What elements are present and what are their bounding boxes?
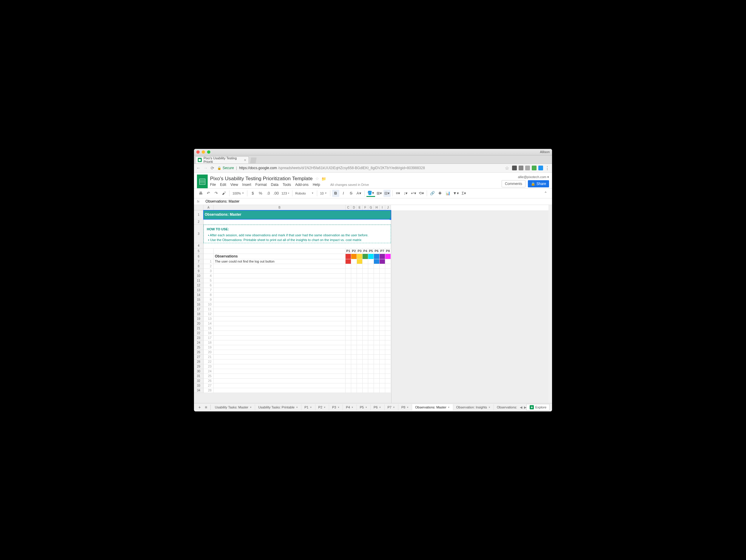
cell[interactable] bbox=[351, 359, 357, 364]
cell[interactable] bbox=[351, 379, 357, 383]
menu-tools[interactable]: Tools bbox=[283, 183, 291, 187]
participant-mark[interactable] bbox=[351, 259, 357, 264]
participant-mark[interactable] bbox=[357, 259, 363, 264]
cell[interactable] bbox=[363, 374, 368, 379]
participant-mark[interactable] bbox=[363, 259, 368, 264]
sheet-tab[interactable]: Observations: Master▼ bbox=[412, 404, 453, 410]
folder-icon[interactable]: 📁 bbox=[321, 177, 326, 181]
extension-icon[interactable] bbox=[519, 166, 523, 170]
col-header-F[interactable]: F bbox=[363, 205, 368, 210]
participant-mark[interactable] bbox=[346, 259, 351, 264]
row-header[interactable]: 16 bbox=[194, 302, 203, 307]
cell[interactable] bbox=[368, 273, 374, 278]
cell[interactable] bbox=[214, 269, 346, 273]
cell[interactable] bbox=[374, 379, 379, 383]
menu-file[interactable]: File bbox=[210, 183, 216, 187]
sheet-tab[interactable]: Usability Tasks: Printable▼ bbox=[255, 404, 302, 410]
minimize-icon[interactable] bbox=[202, 150, 205, 154]
cell[interactable] bbox=[346, 388, 351, 393]
url-field[interactable]: 🔒 Secure | https://docs.google.com/sprea… bbox=[217, 166, 502, 170]
cell[interactable] bbox=[379, 283, 385, 288]
cell[interactable] bbox=[374, 293, 379, 297]
cell[interactable] bbox=[379, 345, 385, 350]
cell[interactable] bbox=[385, 336, 391, 341]
cell[interactable] bbox=[351, 312, 357, 317]
cell[interactable] bbox=[379, 359, 385, 364]
sheet-tab[interactable]: P5▼ bbox=[357, 404, 371, 410]
cell[interactable] bbox=[214, 312, 346, 317]
cell[interactable] bbox=[351, 317, 357, 321]
cell[interactable] bbox=[385, 302, 391, 307]
row-header[interactable]: 10 bbox=[194, 273, 203, 278]
cell[interactable] bbox=[203, 243, 391, 248]
cell[interactable] bbox=[214, 297, 346, 302]
new-tab-button[interactable] bbox=[250, 157, 257, 164]
cell[interactable] bbox=[385, 350, 391, 355]
cell[interactable] bbox=[214, 302, 346, 307]
cell[interactable] bbox=[368, 317, 374, 321]
cell[interactable] bbox=[363, 297, 368, 302]
explore-button[interactable]: ✦ Explore bbox=[526, 404, 550, 411]
select-all-cell[interactable] bbox=[194, 205, 203, 210]
cell[interactable] bbox=[357, 302, 363, 307]
cell[interactable] bbox=[357, 336, 363, 341]
cell[interactable] bbox=[363, 364, 368, 369]
cell[interactable] bbox=[385, 283, 391, 288]
cell[interactable] bbox=[346, 264, 351, 269]
sheet-tab[interactable]: P1▼ bbox=[302, 404, 315, 410]
cell[interactable] bbox=[385, 269, 391, 273]
cell[interactable] bbox=[368, 302, 374, 307]
collapse-toolbar-icon[interactable]: ⌃ bbox=[542, 190, 549, 197]
cell[interactable] bbox=[379, 326, 385, 331]
italic-button[interactable]: I bbox=[340, 190, 347, 197]
cell[interactable] bbox=[379, 336, 385, 341]
participant-mark[interactable] bbox=[374, 259, 379, 264]
cell[interactable] bbox=[374, 307, 379, 312]
cell[interactable] bbox=[368, 374, 374, 379]
cell[interactable] bbox=[346, 297, 351, 302]
row-header[interactable]: 31 bbox=[194, 374, 203, 379]
row-header[interactable]: 28 bbox=[194, 359, 203, 364]
cell[interactable] bbox=[385, 321, 391, 326]
cell[interactable] bbox=[346, 321, 351, 326]
cell[interactable] bbox=[385, 379, 391, 383]
cell[interactable] bbox=[374, 359, 379, 364]
cell[interactable] bbox=[346, 317, 351, 321]
cell[interactable] bbox=[357, 345, 363, 350]
forward-button[interactable]: → bbox=[203, 166, 208, 170]
cell[interactable] bbox=[385, 264, 391, 269]
cell[interactable] bbox=[363, 321, 368, 326]
spreadsheet-grid[interactable]: ABCDEFGHIJ1Observations: Master23HOW TO … bbox=[194, 205, 552, 403]
col-header-E[interactable]: E bbox=[357, 205, 363, 210]
cell[interactable] bbox=[357, 364, 363, 369]
cell[interactable] bbox=[379, 288, 385, 293]
cell[interactable] bbox=[214, 321, 346, 326]
menu-view[interactable]: View bbox=[230, 183, 238, 187]
cell[interactable] bbox=[368, 350, 374, 355]
cell[interactable] bbox=[357, 264, 363, 269]
maximize-icon[interactable] bbox=[207, 150, 210, 154]
cell[interactable] bbox=[363, 269, 368, 273]
cell[interactable] bbox=[368, 364, 374, 369]
cell[interactable] bbox=[351, 307, 357, 312]
print-icon[interactable]: 🖶 bbox=[197, 190, 204, 197]
fill-color-button[interactable]: 🪣▾ bbox=[367, 190, 375, 197]
insert-link-icon[interactable]: 🔗 bbox=[429, 190, 436, 197]
cell[interactable] bbox=[385, 345, 391, 350]
vertical-scrollbar[interactable] bbox=[548, 205, 552, 403]
cell[interactable] bbox=[368, 331, 374, 336]
cell[interactable] bbox=[363, 359, 368, 364]
col-header-I[interactable]: I bbox=[379, 205, 385, 210]
cell[interactable] bbox=[368, 355, 374, 359]
cell[interactable] bbox=[351, 383, 357, 388]
cell[interactable] bbox=[368, 345, 374, 350]
cell[interactable] bbox=[214, 359, 346, 364]
cell[interactable] bbox=[351, 369, 357, 374]
row-header[interactable]: 13 bbox=[194, 288, 203, 293]
cell[interactable] bbox=[385, 312, 391, 317]
cell[interactable] bbox=[368, 326, 374, 331]
undo-icon[interactable]: ↶ bbox=[205, 190, 212, 197]
cell[interactable] bbox=[363, 283, 368, 288]
cell[interactable] bbox=[379, 341, 385, 345]
row-header[interactable]: 27 bbox=[194, 355, 203, 359]
